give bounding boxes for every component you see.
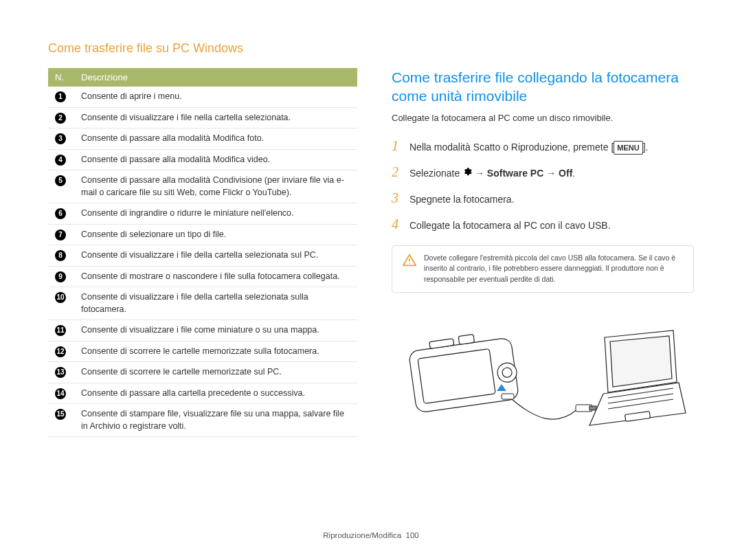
step3-text: Spegnete la fotocamera. (409, 192, 694, 207)
svg-rect-8 (502, 394, 514, 399)
row-number-cell: 5 (48, 170, 74, 203)
step-number: 3 (392, 188, 403, 208)
number-badge: 6 (55, 208, 66, 219)
step-number: 4 (392, 214, 403, 234)
table-row: 2Consente di visualizzare i file nella c… (48, 107, 357, 128)
row-description-cell: Consente di visualizzare i file come min… (74, 320, 357, 341)
number-badge: 3 (55, 133, 66, 144)
row-number-cell: 7 (48, 224, 74, 245)
left-column: N. Descrizione 1Consente di aprire i men… (48, 68, 357, 437)
gear-icon (462, 166, 472, 181)
svg-rect-11 (589, 406, 596, 410)
number-badge: 2 (55, 113, 66, 124)
step-number: 1 (392, 135, 403, 156)
menu-button-label: MENU (614, 141, 642, 155)
table-row: 7Consente di selezionare un tipo di file… (48, 224, 357, 245)
row-description-cell: Consente di ingrandire o ridurre le mini… (74, 203, 357, 225)
row-description-cell: Consente di scorrere le cartelle memoriz… (74, 362, 357, 383)
row-number-cell: 6 (48, 203, 74, 225)
page-header: Come trasferire file su PC Windows (48, 41, 694, 56)
th-number: N. (48, 68, 74, 87)
step1-pre: Nella modalità Scatto o Riproduzione, pr… (409, 142, 614, 153)
step2-arrow2: → (546, 168, 559, 179)
number-badge: 4 (55, 155, 66, 166)
row-number-cell: 1 (48, 87, 74, 107)
row-number-cell: 13 (48, 362, 74, 383)
svg-point-1 (409, 262, 409, 263)
table-row: 10Consente di visualizzare i file della … (48, 287, 357, 320)
number-badge: 13 (55, 367, 66, 378)
row-number-cell: 10 (48, 287, 74, 320)
row-description-cell: Consente di mostrare o nascondere i file… (74, 266, 357, 287)
table-row: 15Consente di stampare file, visualizzar… (48, 404, 357, 437)
steps-list: 1 Nella modalità Scatto o Riproduzione, … (392, 135, 694, 234)
footer-section: Riproduzione/Modifica (323, 531, 401, 539)
number-badge: 12 (55, 346, 66, 357)
number-badge: 11 (55, 325, 66, 336)
description-table: N. Descrizione 1Consente di aprire i men… (48, 68, 357, 437)
row-description-cell: Consente di visualizzare i file nella ca… (74, 107, 357, 128)
step2-arrow1: → (475, 168, 487, 179)
row-number-cell: 3 (48, 128, 74, 150)
step-3: 3 Spegnete la fotocamera. (392, 188, 694, 208)
table-row: 14Consente di passare alla cartella prec… (48, 383, 357, 404)
warning-icon (402, 253, 417, 267)
row-description-cell: Consente di scorrere le cartelle memoriz… (74, 341, 357, 362)
svg-rect-7 (458, 334, 474, 344)
row-number-cell: 15 (48, 404, 74, 437)
number-badge: 1 (55, 91, 66, 102)
number-badge: 10 (55, 292, 66, 303)
step-2: 2 Selezionate → Software PC → Off. (392, 161, 694, 182)
number-badge: 7 (55, 229, 66, 240)
table-row: 1Consente di aprire i menu. (48, 87, 357, 107)
row-description-cell: Consente di visualizzare i file della ca… (74, 245, 357, 267)
step-1: 1 Nella modalità Scatto o Riproduzione, … (392, 135, 694, 156)
row-number-cell: 12 (48, 341, 74, 362)
row-number-cell: 9 (48, 266, 74, 287)
intro-text: Collegate la fotocamera al PC come un di… (392, 113, 694, 123)
table-row: 5Consente di passare alla modalità Condi… (48, 170, 357, 203)
step4-text: Collegate la fotocamera al PC con il cav… (409, 219, 694, 233)
step2-bold1: Software PC (487, 168, 543, 179)
right-column: Come trasferire file collegando la fotoc… (392, 68, 694, 437)
step1-post: ]. (643, 142, 649, 153)
row-number-cell: 2 (48, 107, 74, 128)
row-number-cell: 8 (48, 245, 74, 267)
row-description-cell: Consente di visualizzare i file della ca… (74, 287, 357, 320)
row-description-cell: Consente di passare alla modalità Modifi… (74, 128, 357, 150)
number-badge: 9 (55, 271, 66, 282)
svg-marker-14 (610, 336, 672, 387)
table-row: 13Consente di scorrere le cartelle memor… (48, 362, 357, 383)
row-number-cell: 4 (48, 149, 74, 170)
footer-page: 100 (406, 531, 419, 539)
warning-box: Dovete collegare l'estremità piccola del… (392, 245, 694, 293)
row-number-cell: 11 (48, 320, 74, 341)
section-title: Come trasferire file collegando la fotoc… (392, 68, 694, 106)
th-description: Descrizione (74, 68, 357, 87)
number-badge: 5 (55, 175, 66, 186)
warning-text: Dovete collegare l'estremità piccola del… (424, 253, 684, 285)
page-footer: Riproduzione/Modifica 100 (0, 531, 742, 539)
step2-pre: Selezionate (409, 168, 462, 179)
row-description-cell: Consente di passare alla modalità Modifi… (74, 149, 357, 170)
table-row: 3Consente di passare alla modalità Modif… (48, 128, 357, 150)
table-row: 8Consente di visualizzare i file della c… (48, 245, 357, 267)
table-row: 12Consente di scorrere le cartelle memor… (48, 341, 357, 362)
table-row: 4Consente di passare alla modalità Modif… (48, 149, 357, 170)
row-description-cell: Consente di stampare file, visualizzare … (74, 404, 357, 437)
table-row: 6Consente di ingrandire o ridurre le min… (48, 203, 357, 225)
two-column-layout: N. Descrizione 1Consente di aprire i men… (48, 68, 694, 437)
row-description-cell: Consente di passare alla cartella preced… (74, 383, 357, 404)
row-description-cell: Consente di aprire i menu. (74, 87, 357, 107)
row-description-cell: Consente di selezionare un tipo di file. (74, 224, 357, 245)
table-row: 11Consente di visualizzare i file come m… (48, 320, 357, 341)
table-row: 9Consente di mostrare o nascondere i fil… (48, 266, 357, 287)
svg-rect-3 (418, 348, 495, 403)
step-number: 2 (392, 161, 403, 182)
row-description-cell: Consente di passare alla modalità Condiv… (74, 170, 357, 203)
number-badge: 8 (55, 250, 66, 261)
step2-post: . (572, 168, 575, 179)
step-4: 4 Collegate la fotocamera al PC con il c… (392, 214, 694, 234)
camera-laptop-illustration (392, 317, 694, 436)
number-badge: 14 (55, 388, 66, 399)
